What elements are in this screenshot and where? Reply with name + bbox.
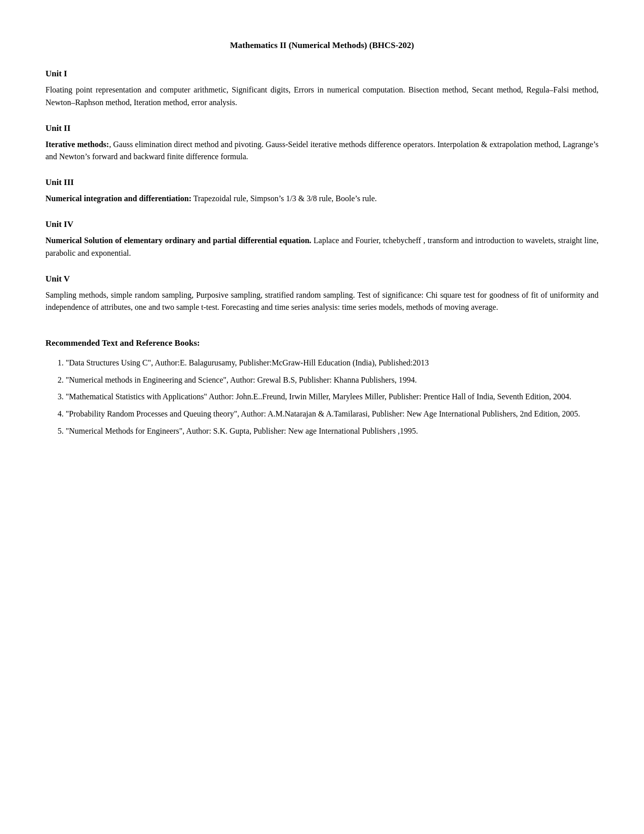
list-item: "Numerical methods in Engineering and Sc…: [66, 374, 599, 387]
list-item: "Mathematical Statistics with Applicatio…: [66, 390, 599, 403]
unit-4-heading: Unit IV: [45, 219, 599, 229]
unit-2-heading: Unit II: [45, 123, 599, 133]
unit-3-bold-label: Numerical integration and differentiatio…: [45, 194, 191, 203]
page-title: Mathematics II (Numerical Methods) (BHCS…: [45, 40, 599, 51]
list-item: "Data Structures Using C", Author:E. Bal…: [66, 356, 599, 369]
page-container: Mathematics II (Numerical Methods) (BHCS…: [45, 40, 599, 437]
unit-1-content: Floating point representation and comput…: [45, 84, 599, 109]
unit-2-content: Iterative methods:, Gauss elimination di…: [45, 138, 599, 164]
unit-4-content: Numerical Solution of elementary ordinar…: [45, 235, 599, 260]
unit-1-heading: Unit I: [45, 69, 599, 79]
unit-3-heading: Unit III: [45, 177, 599, 188]
unit-3-content: Numerical integration and differentiatio…: [45, 193, 599, 205]
list-item: "Probability Random Processes and Queuin…: [66, 407, 599, 421]
unit-3-content-text: Trapezoidal rule, Simpson’s 1/3 & 3/8 ru…: [191, 194, 377, 203]
book-list: "Data Structures Using C", Author:E. Bal…: [45, 356, 599, 437]
unit-5-content: Sampling methods, simple random sampling…: [45, 289, 599, 314]
list-item: "Numerical Methods for Engineers", Autho…: [66, 425, 599, 438]
recommended-heading: Recommended Text and Reference Books:: [45, 338, 599, 348]
unit-2-bold-label: Iterative methods:: [45, 140, 109, 149]
unit-4-bold-label: Numerical Solution of elementary ordinar…: [45, 236, 311, 245]
unit-2-content-text: , Gauss elimination direct method and pi…: [45, 140, 599, 161]
unit-5-heading: Unit V: [45, 274, 599, 284]
